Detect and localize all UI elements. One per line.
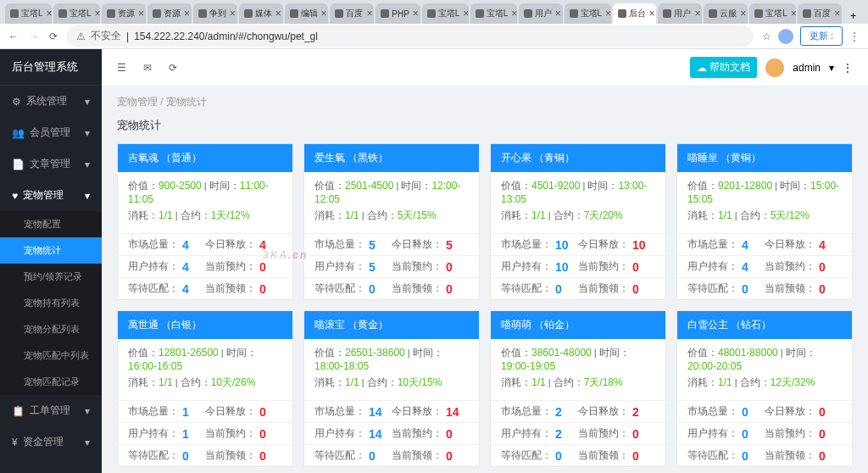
breadcrumb: 宠物管理 / 宠物统计 — [102, 86, 868, 118]
topbar: ☰ ✉ ⟳ ☁帮助文档 admin ▾ ⋮ — [102, 49, 868, 86]
menu-icon: ♥ — [12, 190, 18, 202]
profile-icon[interactable] — [778, 29, 793, 44]
pet-card: 吉氧魂 （普通） 价值：900-2500 | 时间：11:00-11:05 消耗… — [117, 143, 293, 300]
browser-tab[interactable]: 编辑× — [285, 3, 329, 24]
chevron-down-icon: ▾ — [85, 437, 90, 448]
breadcrumb-current: 宠物统计 — [166, 96, 207, 108]
card-header: 开心果 （青铜） — [491, 144, 665, 172]
main-area: ☰ ✉ ⟳ ☁帮助文档 admin ▾ ⋮ 宠物管理 / 宠物统计 宠物统计 吉… — [102, 49, 868, 473]
more-icon[interactable]: ⋮ — [843, 62, 853, 74]
browser-tab[interactable]: 资源× — [102, 3, 146, 24]
avatar[interactable] — [765, 58, 784, 77]
browser-tab[interactable]: 宝塔L× — [749, 3, 796, 24]
chevron-down-icon: ▾ — [85, 127, 90, 139]
browser-tab[interactable]: 云服× — [704, 3, 748, 24]
browser-tabs-bar: 宝塔L×宝塔L×资源×资源×争到×媒体×编辑×百度×PHP×宝塔L×宝塔L×用户… — [0, 0, 868, 24]
sidebar-sub-item[interactable]: 宠物持有列表 — [0, 290, 102, 316]
browser-tab[interactable]: 百度× — [798, 3, 842, 24]
chevron-down-icon: ▾ — [85, 190, 90, 202]
sidebar: 后台管理系统 ⚙系统管理▾👥会员管理▾📄文章管理▾♥宠物管理▾宠物配置宠物统计预… — [0, 49, 102, 473]
card-header: 白雪公主 （钻石） — [677, 311, 852, 339]
collapse-icon[interactable]: ☰ — [117, 62, 126, 74]
sidebar-sub-item[interactable]: 宠物统计 — [0, 237, 102, 264]
sidebar-sub-item[interactable]: 宠物匹配中列表 — [0, 342, 102, 369]
sidebar-sub-item[interactable]: 宠物分配列表 — [0, 316, 102, 342]
reload-icon[interactable]: ⟳ — [49, 31, 58, 42]
browser-tab[interactable]: 宝塔L× — [470, 3, 517, 24]
browser-tab[interactable]: 用户× — [519, 3, 563, 24]
chevron-down-icon: ▾ — [85, 405, 90, 417]
user-dropdown-icon[interactable]: ▾ — [829, 62, 834, 74]
insecure-icon: ⚠ — [76, 31, 86, 42]
card-header: 爱生氧 （黑铁） — [304, 144, 479, 172]
card-header: 喵萌萌 （铂金） — [491, 311, 665, 339]
username[interactable]: admin — [793, 62, 821, 74]
menu-icon[interactable]: ⋮ — [849, 31, 860, 42]
card-header: 萬世通 （白银） — [118, 311, 292, 339]
browser-tab[interactable]: 宝塔L× — [53, 3, 100, 24]
sidebar-item[interactable]: ♥宠物管理▾ — [0, 180, 102, 211]
page-title: 宠物统计 — [117, 118, 853, 133]
browser-tab[interactable]: 百度× — [330, 3, 374, 24]
refresh-icon[interactable]: ⟳ — [169, 62, 177, 74]
insecure-label: 不安全 — [91, 29, 121, 43]
forward-icon[interactable]: → — [29, 31, 39, 42]
chevron-down-icon: ▾ — [85, 96, 90, 108]
sidebar-item[interactable]: ¥资金管理▾ — [0, 426, 102, 458]
pet-card: 白雪公主 （钻石） 价值：48001-88000 | 时间：20:00-20:0… — [676, 310, 853, 467]
browser-tab[interactable]: 宝塔L× — [422, 3, 469, 24]
browser-tab[interactable]: 资源× — [147, 3, 192, 24]
pet-card: 爱生氧 （黑铁） 价值：2501-4500 | 时间：12:00-12:05 消… — [303, 143, 480, 300]
menu-icon: 👥 — [12, 127, 25, 139]
menu-icon: ¥ — [12, 437, 18, 448]
browser-tab[interactable]: 争到× — [193, 3, 237, 24]
pet-card: 萬世通 （白银） 价值：12801-26500 | 时间：16:00-16:05… — [117, 310, 293, 467]
card-header: 吉氧魂 （普通） — [118, 144, 292, 172]
sidebar-item[interactable]: ⚙系统管理▾ — [0, 86, 102, 117]
browser-tab[interactable]: 宝塔L× — [5, 3, 52, 24]
star-icon[interactable]: ☆ — [762, 31, 771, 42]
address-bar: ← → ⟳ ⚠ 不安全 | 154.222.22.240/admin/#/cho… — [0, 24, 868, 49]
browser-tab[interactable]: 媒体× — [239, 3, 283, 24]
sidebar-sub-item[interactable]: 预约/领养记录 — [0, 264, 102, 290]
pet-card: 开心果 （青铜） 价值：4501-9200 | 时间：13:00-13:05 消… — [490, 143, 666, 300]
pet-card: 喵滚宝 （黄金） 价值：26501-38600 | 时间：18:00-18:05… — [303, 310, 480, 467]
back-icon[interactable]: ← — [8, 31, 19, 42]
card-header: 喵睡皇 （黄铜） — [677, 144, 852, 172]
update-button[interactable]: 更新 : — [800, 26, 843, 46]
menu-icon: ⚙ — [12, 96, 21, 108]
chevron-down-icon: ▾ — [85, 159, 90, 170]
browser-tab[interactable]: 宝塔L× — [565, 3, 611, 24]
sidebar-sub-item[interactable]: 宠物匹配记录 — [0, 369, 102, 395]
browser-tab[interactable]: 后台× — [613, 3, 657, 24]
card-header: 喵滚宝 （黄金） — [304, 311, 479, 339]
help-button[interactable]: ☁帮助文档 — [690, 57, 757, 78]
breadcrumb-parent[interactable]: 宠物管理 — [117, 96, 158, 108]
menu-icon: 📄 — [12, 159, 25, 170]
pet-card: 喵萌萌 （铂金） 价值：38601-48000 | 时间：19:00-19:05… — [490, 310, 666, 467]
new-tab-button[interactable]: + — [843, 8, 863, 24]
logo: 后台管理系统 — [0, 49, 102, 86]
menu-icon: 📋 — [12, 405, 25, 417]
sidebar-item[interactable]: 📄文章管理▾ — [0, 148, 102, 180]
cards-grid: 吉氧魂 （普通） 价值：900-2500 | 时间：11:00-11:05 消耗… — [117, 143, 853, 473]
sidebar-item[interactable]: 📋工单管理▾ — [0, 395, 102, 426]
browser-tab[interactable]: 用户× — [658, 3, 702, 24]
url-input[interactable]: ⚠ 不安全 | 154.222.22.240/admin/#/chongwu/p… — [66, 25, 754, 47]
url-text: 154.222.22.240/admin/#/chongwu/pet_gl — [134, 31, 318, 42]
sidebar-item[interactable]: 👥会员管理▾ — [0, 117, 102, 148]
pet-card: 喵睡皇 （黄铜） 价值：9201-12800 | 时间：15:00-15:05 … — [676, 143, 853, 300]
message-icon[interactable]: ✉ — [143, 62, 152, 74]
browser-tab[interactable]: PHP× — [376, 3, 420, 24]
sidebar-sub-item[interactable]: 宠物配置 — [0, 211, 102, 237]
